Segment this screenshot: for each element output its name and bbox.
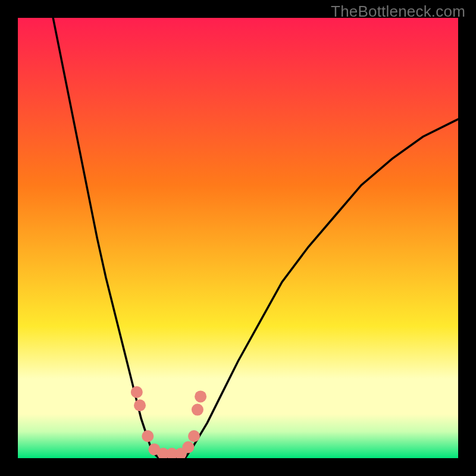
bottleneck-chart <box>18 18 458 458</box>
watermark-text: TheBottleneck.com <box>331 2 465 21</box>
chart-background <box>18 18 458 458</box>
data-marker <box>134 399 146 411</box>
data-marker <box>142 430 154 442</box>
chart-frame: TheBottleneck.com <box>0 0 476 476</box>
data-marker <box>131 386 143 398</box>
data-marker <box>182 441 194 453</box>
data-marker <box>192 404 203 416</box>
data-marker <box>195 390 206 402</box>
data-marker <box>188 430 200 442</box>
